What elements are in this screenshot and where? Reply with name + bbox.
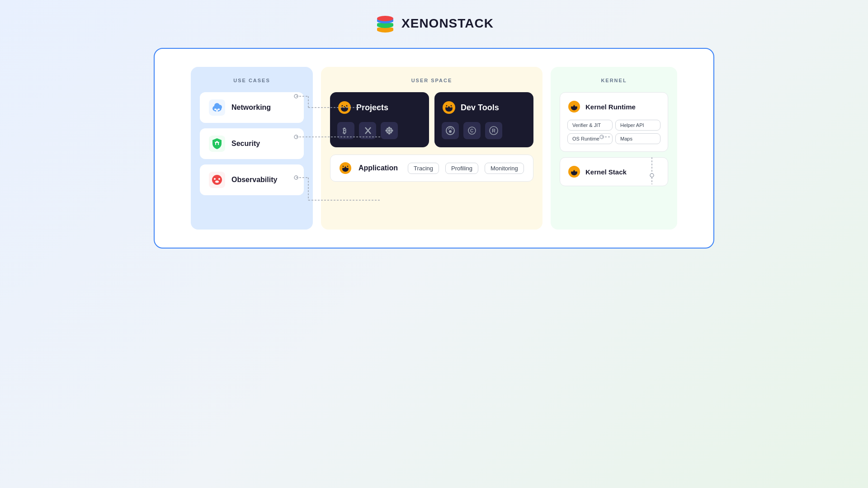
svg-point-54: [387, 128, 388, 130]
os-runtime-tag: OS Runtime: [567, 133, 613, 144]
networking-icon: [209, 99, 225, 116]
profiling-tag: Profiling: [445, 163, 478, 174]
main-container: USE CASES: [154, 48, 714, 249]
svg-point-50: [388, 127, 391, 129]
svg-rect-3: [377, 23, 393, 27]
svg-text:C: C: [470, 128, 473, 133]
svg-point-55: [390, 128, 392, 130]
flower-icon: [381, 122, 398, 139]
kernel-runtime-bee: [567, 100, 581, 113]
use-cases-panel: USE CASES: [191, 67, 313, 230]
svg-point-81: [573, 103, 576, 105]
tracing-tag: Tracing: [408, 163, 439, 174]
svg-point-74: [344, 164, 347, 167]
dev-tools-title: Dev Tools: [461, 103, 499, 113]
kernel-runtime-header: Kernel Runtime: [567, 100, 660, 113]
dev-tools-card: Dev Tools: [434, 92, 533, 147]
security-label: Security: [231, 140, 260, 148]
logo-icon: [374, 13, 396, 34]
sourcegraph-icon: [442, 122, 459, 139]
logo-text: XENONSTACK: [401, 16, 494, 31]
falco-icon: [359, 122, 376, 139]
svg-text:R: R: [492, 128, 495, 133]
page-background: XENONSTACK: [0, 0, 868, 488]
svg-point-52: [386, 130, 388, 132]
kernel-runtime-tags: Verifier & JIT Helper API OS Runtime Map…: [567, 120, 660, 144]
user-space-title: USER SPACE: [330, 78, 533, 83]
svg-point-53: [391, 130, 393, 132]
bitcoin-icon: ₿: [337, 122, 354, 139]
networking-label: Networking: [231, 103, 271, 112]
svg-point-38: [218, 178, 220, 180]
projects-card: Projects ₿: [330, 92, 429, 147]
observability-label: Observability: [231, 176, 277, 184]
svg-point-6: [377, 16, 393, 21]
svg-point-76: [347, 166, 349, 167]
app-bee-icon: [339, 161, 352, 175]
kernel-runtime-card: Kernel Runtime Verifier & JIT Helper API…: [560, 92, 668, 152]
verifier-jit-tag: Verifier & JIT: [567, 120, 613, 131]
svg-point-37: [215, 181, 219, 183]
diagram-area: USE CASES: [177, 67, 691, 230]
svg-point-36: [214, 178, 216, 180]
svg-point-57: [390, 131, 392, 133]
kernel-title: KERNEL: [560, 78, 668, 83]
svg-text:₿: ₿: [343, 127, 346, 135]
cpp-icon: C: [463, 122, 481, 139]
svg-point-62: [447, 103, 451, 106]
application-row: Application Tracing Profiling Monitoring: [330, 155, 533, 182]
kernel-stack-bee: [567, 165, 581, 178]
projects-header: Projects: [337, 100, 422, 115]
svg-point-51: [388, 132, 391, 135]
use-case-networking: Networking: [200, 92, 304, 123]
svg-point-49: [388, 129, 391, 132]
header: XENONSTACK: [374, 0, 494, 43]
svg-point-64: [451, 105, 452, 107]
svg-point-66: [449, 130, 452, 133]
svg-point-56: [387, 131, 388, 133]
svg-point-43: [343, 103, 346, 106]
svg-point-24: [217, 105, 222, 109]
maps-tag: Maps: [615, 133, 660, 144]
kernel-stack-label: Kernel Stack: [585, 168, 627, 176]
use-case-security: Security: [200, 128, 304, 159]
dev-tools-header: Dev Tools: [442, 100, 526, 115]
svg-point-75: [343, 166, 344, 167]
security-icon: [209, 136, 225, 152]
helper-api-tag: Helper API: [615, 120, 660, 131]
svg-point-45: [346, 105, 348, 107]
use-case-observability: Observability: [200, 164, 304, 195]
monitoring-tag: Monitoring: [485, 163, 524, 174]
use-cases-title: USE CASES: [200, 78, 304, 83]
kernel-runtime-label: Kernel Runtime: [585, 103, 636, 111]
svg-point-35: [212, 175, 222, 185]
application-label: Application: [359, 164, 398, 172]
user-space-panel: USER SPACE: [321, 67, 542, 230]
dev-tools-icons: C R: [442, 122, 526, 139]
projects-devtools-row: Projects ₿: [330, 92, 533, 147]
rust-icon: R: [485, 122, 502, 139]
projects-icons: ₿: [337, 122, 422, 139]
kernel-panel: KERNEL Kernel Runtime V: [551, 67, 677, 230]
kernel-stack-card: Kernel Stack: [560, 157, 668, 186]
svg-rect-1: [377, 28, 393, 31]
projects-title: Projects: [356, 103, 388, 113]
svg-point-44: [342, 105, 343, 107]
svg-point-34: [216, 141, 218, 143]
svg-point-86: [573, 168, 576, 170]
observability-icon: [209, 172, 225, 188]
svg-point-63: [446, 105, 448, 107]
